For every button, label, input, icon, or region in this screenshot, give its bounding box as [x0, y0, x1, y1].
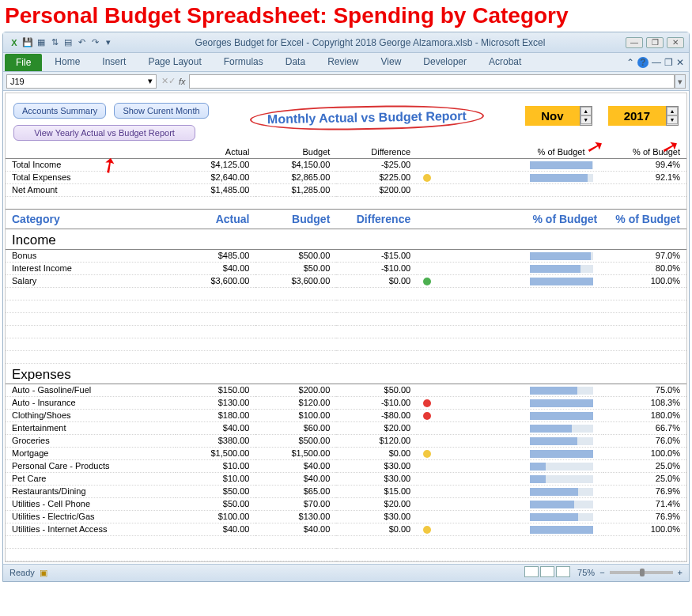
- pct-bar: [530, 265, 593, 273]
- section-header: Income: [6, 229, 686, 249]
- status-dot-icon: [423, 526, 431, 534]
- redo-icon[interactable]: ↷: [89, 36, 101, 49]
- table-row: Personal Care - Products$10.00$40.00$30.…: [6, 459, 686, 472]
- ribbon: File HomeInsertPage LayoutFormulasDataRe…: [3, 53, 689, 72]
- tab-insert[interactable]: Insert: [91, 53, 137, 71]
- pct-bar: [530, 488, 593, 496]
- grid-icon[interactable]: ▦: [35, 36, 47, 49]
- formula-input[interactable]: [189, 74, 675, 89]
- pct-bar: [530, 501, 593, 508]
- pct-bar: [530, 412, 593, 420]
- zoom-level[interactable]: 75%: [577, 568, 595, 577]
- table-row: Groceries$380.00$500.00$120.0076.0%: [6, 434, 686, 447]
- budget-grid: ActualBudgetDifference% of Budget% of Bu…: [6, 145, 686, 561]
- pct-bar: [530, 475, 593, 483]
- cancel-formula-icon[interactable]: ✕: [161, 76, 168, 86]
- month-up-icon[interactable]: ▲: [580, 107, 592, 115]
- tab-home[interactable]: Home: [43, 53, 91, 71]
- tab-data[interactable]: Data: [274, 53, 316, 71]
- year-value: 2017: [608, 106, 666, 126]
- table-row: Entertainment$40.00$60.00$20.0066.7%: [6, 421, 686, 434]
- doc-close-icon[interactable]: ✕: [676, 57, 684, 68]
- help-icon[interactable]: ?: [637, 57, 649, 68]
- year-selector[interactable]: 2017 ▲▼: [608, 106, 679, 126]
- filter-icon[interactable]: ▤: [62, 36, 74, 49]
- qat-dropdown-icon[interactable]: ▾: [102, 36, 115, 49]
- table-row: Auto - Gasoline/Fuel$150.00$200.00$50.00…: [6, 384, 686, 396]
- view-buttons[interactable]: [524, 566, 571, 579]
- annotation-title: Personal Budget Spreadsheet: Spending by…: [0, 0, 692, 32]
- status-dot-icon: [423, 450, 431, 458]
- excel-window: X 💾 ▦ ⇅ ▤ ↶ ↷ ▾ Georges Budget for Excel…: [2, 32, 690, 582]
- year-down-icon[interactable]: ▼: [667, 115, 678, 124]
- status-bar: Ready ▣ 75% − +: [3, 564, 689, 581]
- table-row: Mortgage$1,500.00$1,500.00$0.00100.0%: [6, 447, 686, 459]
- pct-bar: [530, 425, 593, 433]
- accounts-summary-button[interactable]: Accounts Summary: [13, 103, 106, 119]
- tab-view[interactable]: View: [370, 53, 413, 71]
- pct-bar: [530, 387, 593, 395]
- close-button[interactable]: ✕: [667, 37, 684, 48]
- tab-file[interactable]: File: [5, 54, 42, 71]
- pct-bar: [530, 278, 593, 285]
- show-current-month-button[interactable]: Show Curent Month: [114, 103, 208, 119]
- tab-acrobat[interactable]: Acrobat: [478, 53, 532, 71]
- status-dot-icon: [423, 278, 431, 285]
- month-down-icon[interactable]: ▼: [580, 115, 592, 124]
- status-dot-icon: [423, 174, 431, 182]
- title-bar: X 💾 ▦ ⇅ ▤ ↶ ↷ ▾ Georges Budget for Excel…: [3, 32, 689, 53]
- doc-restore-icon[interactable]: ❐: [664, 57, 673, 68]
- table-row: Interest Income$40.00$50.00-$10.0080.0%: [6, 262, 686, 274]
- restore-button[interactable]: ❐: [646, 37, 664, 48]
- pct-bar: [530, 450, 593, 458]
- pct-bar: [530, 252, 593, 260]
- status-dot-icon: [423, 399, 431, 407]
- zoom-out-icon[interactable]: −: [599, 568, 604, 577]
- year-up-icon[interactable]: ▲: [667, 107, 678, 115]
- minimize-ribbon-icon[interactable]: ⌃: [626, 57, 634, 68]
- macro-icon[interactable]: ▣: [40, 568, 47, 578]
- save-icon[interactable]: 💾: [21, 36, 34, 49]
- pct-bar: [530, 437, 593, 445]
- report-title: Monthly Actual vs Budget Report: [250, 104, 484, 131]
- view-yearly-report-button[interactable]: View Yearly Actual vs Budget Report: [13, 125, 195, 141]
- summary-row: Total Expenses$2,640.00$2,865.00$225.009…: [6, 171, 686, 183]
- formula-bar: J19▾ ✕ ✓ fx ▾: [3, 72, 689, 91]
- zoom-in-icon[interactable]: +: [678, 568, 683, 577]
- worksheet[interactable]: Accounts Summary Show Curent Month View …: [5, 93, 687, 562]
- enter-formula-icon[interactable]: ✓: [168, 76, 176, 86]
- status-ready: Ready: [9, 568, 35, 577]
- doc-minimize-icon[interactable]: —: [652, 57, 661, 68]
- table-row: Utilities - Internet Access$40.00$40.00$…: [6, 523, 686, 535]
- table-row: Utilities - Electric/Gas$100.00$130.00$3…: [6, 510, 686, 523]
- pct-bar: [530, 399, 593, 407]
- tab-page-layout[interactable]: Page Layout: [137, 53, 212, 71]
- name-box[interactable]: J19▾: [6, 74, 157, 89]
- table-row: Auto - Insurance$130.00$120.00-$10.00108…: [6, 396, 686, 409]
- table-row: Utilities - Cell Phone$50.00$70.00$20.00…: [6, 497, 686, 510]
- sort-icon[interactable]: ⇅: [48, 36, 61, 49]
- window-title: Georges Budget for Excel - Copyright 201…: [115, 37, 626, 48]
- tab-review[interactable]: Review: [316, 53, 369, 71]
- pct-bar: [530, 513, 593, 521]
- summary-row: Total Income$4,125.00$4,150.00-$25.0099.…: [6, 158, 686, 171]
- fx-icon[interactable]: fx: [179, 77, 186, 86]
- tab-developer[interactable]: Developer: [412, 53, 478, 71]
- pct-bar: [530, 174, 593, 182]
- status-dot-icon: [423, 412, 431, 420]
- month-selector[interactable]: Nov ▲▼: [525, 106, 592, 126]
- minimize-button[interactable]: —: [626, 37, 643, 48]
- pct-bar: [530, 463, 593, 471]
- tab-formulas[interactable]: Formulas: [213, 53, 274, 71]
- table-row: Pet Care$10.00$40.00$30.0025.0%: [6, 472, 686, 485]
- pct-bar: [530, 161, 593, 169]
- table-row: Salary$3,600.00$3,600.00$0.00100.0%: [6, 274, 686, 287]
- section-header: Expenses: [6, 363, 686, 384]
- zoom-slider[interactable]: [610, 571, 673, 574]
- excel-icon[interactable]: X: [8, 36, 21, 49]
- pct-bar: [530, 526, 593, 534]
- expand-formula-bar[interactable]: ▾: [675, 74, 686, 89]
- undo-icon[interactable]: ↶: [75, 36, 88, 49]
- table-row: Clothing/Shoes$180.00$100.00-$80.00180.0…: [6, 409, 686, 421]
- summary-row: Net Amount$1,485.00$1,285.00$200.00: [6, 183, 686, 196]
